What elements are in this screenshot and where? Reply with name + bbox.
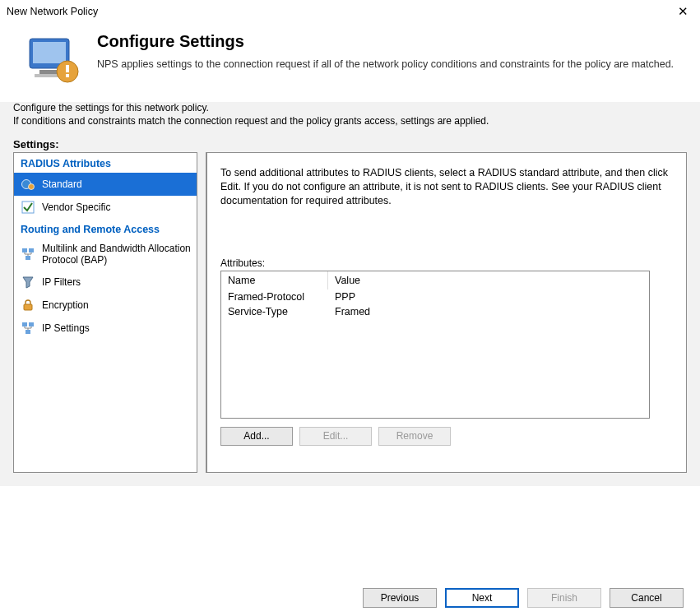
cell-name: Framed-Protocol (221, 290, 328, 303)
remove-button[interactable]: Remove (378, 427, 451, 446)
window-title: New Network Policy (7, 6, 98, 17)
finish-button[interactable]: Finish (527, 588, 601, 608)
checkbox-icon (21, 200, 35, 215)
svg-rect-1 (33, 42, 66, 63)
svg-rect-14 (22, 322, 27, 327)
cell-value: PPP (328, 290, 362, 303)
page-subtitle: NPS applies settings to the connection r… (97, 58, 674, 72)
description-line-1: Configure the settings for this network … (13, 102, 687, 113)
globe-gear-icon (21, 177, 35, 192)
description-line-2: If conditions and constraints match the … (13, 115, 687, 127)
table-row[interactable]: Framed-Protocol PPP (221, 289, 649, 304)
svg-rect-2 (39, 70, 59, 74)
settings-sidebar: RADIUS Attributes Standard Vendor Specif… (13, 152, 197, 473)
group-header-routing: Routing and Remote Access (14, 219, 197, 239)
sidebar-item-label: IP Filters (42, 276, 81, 288)
column-name[interactable]: Name (221, 271, 328, 289)
svg-point-8 (29, 184, 35, 190)
sidebar-item-multilink-bap[interactable]: Multilink and Bandwidth Allocation Proto… (14, 239, 197, 271)
svg-rect-12 (25, 256, 30, 260)
svg-rect-13 (24, 304, 32, 310)
wizard-header: Configure Settings NPS applies settings … (0, 24, 700, 102)
previous-button[interactable]: Previous (363, 588, 437, 608)
close-icon[interactable]: ✕ (673, 3, 693, 19)
sidebar-item-label: IP Settings (42, 322, 90, 334)
cell-value: Framed (328, 305, 377, 318)
detail-pane: To send additional attributes to RADIUS … (206, 152, 687, 473)
sidebar-item-standard[interactable]: Standard (14, 173, 197, 196)
attributes-table[interactable]: Name Value Framed-Protocol PPP Service-T… (220, 271, 650, 419)
cancel-button[interactable]: Cancel (610, 588, 684, 608)
titlebar: New Network Policy ✕ (0, 0, 700, 24)
sidebar-item-label: Standard (42, 178, 82, 190)
sidebar-item-label: Multilink and Bandwidth Allocation Proto… (42, 243, 192, 266)
attributes-label: Attributes: (220, 257, 673, 269)
edit-button[interactable]: Edit... (299, 427, 372, 446)
network-icon (21, 321, 35, 336)
svg-rect-10 (22, 248, 27, 252)
sidebar-item-ip-filters[interactable]: IP Filters (14, 271, 197, 294)
cell-name: Service-Type (221, 305, 328, 318)
page-title: Configure Settings (97, 32, 674, 51)
add-button[interactable]: Add... (220, 427, 293, 446)
sidebar-item-encryption[interactable]: Encryption (14, 294, 197, 317)
next-button[interactable]: Next (445, 588, 519, 608)
svg-rect-15 (29, 322, 34, 327)
wizard-footer: Previous Next Finish Cancel (363, 588, 684, 608)
group-header-radius: RADIUS Attributes (14, 153, 197, 173)
sidebar-item-ip-settings[interactable]: IP Settings (14, 317, 197, 340)
svg-rect-6 (66, 74, 69, 77)
monitor-icon (25, 32, 82, 90)
column-value[interactable]: Value (328, 271, 649, 289)
main-area: Configure the settings for this network … (0, 102, 700, 486)
funnel-icon (21, 275, 35, 289)
table-row[interactable]: Service-Type Framed (221, 304, 649, 319)
detail-description: To send additional attributes to RADIUS … (220, 166, 673, 208)
table-header: Name Value (221, 271, 649, 289)
lock-icon (21, 298, 35, 313)
svg-rect-16 (25, 330, 30, 334)
sidebar-item-label: Vendor Specific (42, 201, 110, 213)
settings-label: Settings: (13, 138, 687, 151)
sidebar-item-vendor-specific[interactable]: Vendor Specific (14, 196, 197, 219)
network-icon (21, 247, 35, 262)
svg-rect-5 (66, 65, 69, 72)
svg-rect-11 (29, 248, 34, 252)
sidebar-item-label: Encryption (42, 299, 89, 311)
